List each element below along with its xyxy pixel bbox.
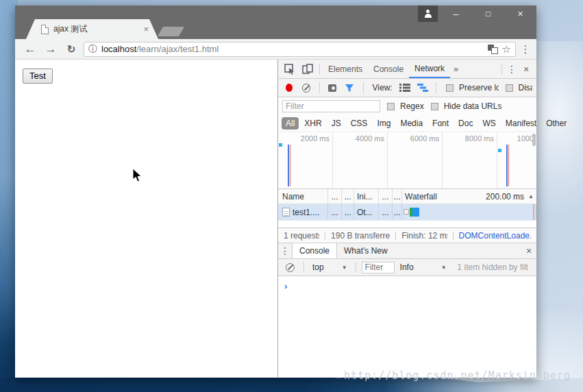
finish-time: Finish: 12 ms [401, 231, 447, 241]
console-filter-input[interactable] [362, 262, 395, 273]
tab-network[interactable]: Network [409, 60, 450, 78]
back-icon[interactable]: ← [22, 43, 38, 55]
column-waterfall[interactable]: Waterfall 200.00 ms ▲ [402, 189, 536, 204]
type-filter-other[interactable]: Other [542, 117, 571, 130]
network-filter-input[interactable] [282, 100, 380, 112]
hide-data-urls-checkbox[interactable] [431, 103, 438, 110]
type-filter-img[interactable]: Img [373, 117, 395, 130]
window-controls: – □ × [440, 5, 536, 22]
web-page: Test [15, 60, 277, 377]
drawer-menu-icon[interactable]: ⋮ [278, 245, 292, 256]
chevron-down-icon: ▼ [342, 265, 347, 271]
url-host: localhost [101, 44, 136, 54]
browser-menu-icon[interactable]: ⋮ [520, 43, 531, 56]
log-level-selector[interactable]: Info ▼ [397, 262, 449, 272]
address-bar[interactable]: ⓘ localhost/learn/ajax/test1.html ☆ [84, 42, 516, 57]
filter-funnel-icon[interactable] [342, 79, 357, 97]
divider [436, 82, 436, 93]
request-row[interactable]: test1.... ... ... Ot... ... ... [278, 204, 536, 221]
devtools-tabbar: Elements Console Network » ⋮ × [278, 60, 536, 79]
network-toolbar: View: Preserve log Disa [278, 79, 536, 97]
divider [395, 232, 396, 240]
more-tabs-icon[interactable]: » [450, 64, 462, 74]
mouse-cursor [132, 168, 142, 183]
requests-table-empty [278, 221, 536, 228]
page-info-icon[interactable]: ⓘ [88, 43, 97, 56]
type-filter-media[interactable]: Media [396, 117, 427, 130]
drawer-close-icon[interactable]: × [521, 245, 536, 256]
waterfall-scale: 200.00 ms [486, 192, 524, 201]
preserve-log-checkbox[interactable] [446, 84, 454, 92]
drawer-tab-whats-new[interactable]: What's New [337, 243, 395, 258]
tick-8000ms: 8000 ms [443, 132, 497, 143]
domcontentloaded-time: DOMContentLoade... [459, 231, 531, 241]
overview-scrollbar[interactable] [532, 134, 536, 146]
device-toolbar-icon[interactable] [299, 60, 317, 78]
screenshot-camera-icon[interactable] [328, 84, 337, 92]
context-selector[interactable]: top ▼ [310, 262, 350, 272]
sort-asc-icon[interactable]: ▲ [528, 193, 534, 199]
request-initiator: Ot... [354, 204, 379, 220]
type-filter-css[interactable]: CSS [347, 117, 372, 130]
request-name: test1.... [293, 208, 319, 217]
profile-button[interactable] [418, 5, 438, 22]
list-view-icon[interactable] [397, 79, 412, 97]
network-overview-timeline[interactable]: 2000 ms 4000 ms 6000 ms 8000 ms 1000 [278, 132, 536, 189]
clear-icon[interactable] [302, 84, 310, 93]
divider [363, 82, 364, 93]
maximize-button[interactable]: □ [472, 5, 504, 22]
devtools-menu-icon[interactable]: ⋮ [505, 64, 519, 75]
inspect-element-icon[interactable] [281, 60, 299, 78]
column-status[interactable]: ... [328, 189, 342, 204]
load-marker [290, 145, 291, 186]
tab-elements[interactable]: Elements [323, 60, 368, 78]
console-toolbar: top ▼ Info ▼ 1 item hidden by filt [278, 259, 536, 276]
tab-console[interactable]: Console [368, 60, 409, 78]
devtools-panel: Elements Console Network » ⋮ × View: [277, 60, 536, 377]
forward-icon[interactable]: → [42, 43, 59, 55]
type-filter-js[interactable]: JS [327, 117, 345, 130]
type-filter-manifest[interactable]: Manifest [501, 117, 541, 130]
window-content: Test Elements Console Network » ⋮ [15, 60, 536, 377]
browser-tab[interactable]: ajax 测试 × [26, 19, 158, 39]
document-icon [282, 208, 290, 217]
column-time[interactable]: ... [393, 189, 402, 204]
type-filter-ws[interactable]: WS [478, 117, 499, 130]
tab-close-icon[interactable]: × [143, 24, 149, 34]
close-button[interactable]: × [504, 5, 536, 22]
transferred-size: 190 B transferred [331, 231, 390, 241]
type-filter-doc[interactable]: Doc [454, 117, 477, 130]
regex-checkbox[interactable] [387, 103, 395, 110]
window-titlebar: – □ × ajax 测试 × [15, 5, 536, 39]
column-initiator[interactable]: Ini... [354, 189, 379, 204]
column-size[interactable]: ... [379, 189, 393, 204]
console-output[interactable]: › [278, 276, 536, 377]
waterfall-view-icon[interactable] [415, 79, 430, 97]
url-text[interactable]: localhost/learn/ajax/test1.html [101, 44, 484, 54]
reload-icon[interactable]: ↻ [63, 44, 79, 54]
disable-cache-checkbox[interactable] [506, 84, 513, 92]
console-prompt-icon[interactable]: › [284, 281, 287, 291]
devtools-close-icon[interactable]: × [519, 64, 534, 75]
divider [453, 232, 454, 240]
timeline-ruler: 2000 ms 4000 ms 6000 ms 8000 ms 1000 [278, 132, 536, 188]
browser-window: – □ × ajax 测试 × ← → ↻ ⓘ localhost/learn/… [15, 5, 536, 378]
minimize-button[interactable]: – [440, 5, 472, 22]
column-type[interactable]: ... [342, 189, 354, 204]
type-filter-font[interactable]: Font [428, 117, 453, 130]
bookmark-star-icon[interactable]: ☆ [502, 43, 511, 56]
browser-toolbar: ← → ↻ ⓘ localhost/learn/ajax/test1.html … [15, 39, 536, 60]
type-filter-xhr[interactable]: XHR [300, 117, 325, 130]
translate-icon[interactable] [488, 45, 498, 54]
context-value: top [312, 262, 324, 272]
drawer-tab-console[interactable]: Console [292, 243, 337, 258]
type-filter-all[interactable]: All [282, 117, 299, 130]
new-tab-button[interactable] [158, 27, 184, 36]
record-icon[interactable] [286, 84, 293, 92]
console-clear-icon[interactable] [286, 263, 295, 272]
test-button[interactable]: Test [23, 69, 53, 84]
page-favicon-icon [41, 25, 49, 34]
person-icon [424, 10, 432, 18]
waterfall-download-bar [412, 208, 419, 217]
column-name[interactable]: Name [278, 189, 328, 204]
